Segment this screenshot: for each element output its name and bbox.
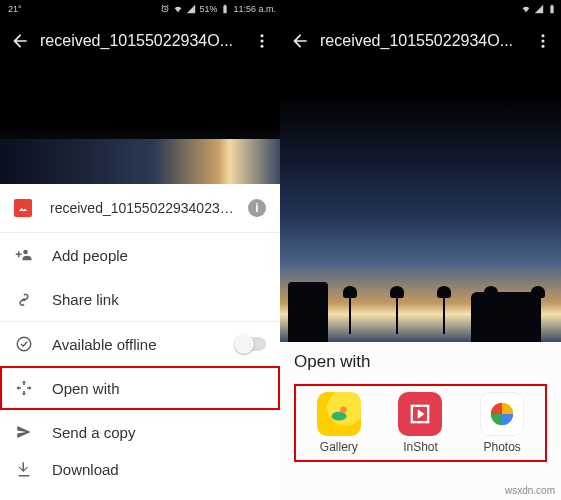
menu-download[interactable]: Download xyxy=(0,454,280,484)
appbar-title: received_10155022934O... xyxy=(34,32,250,50)
status-temp: 21° xyxy=(8,4,22,14)
more-menu-button[interactable] xyxy=(250,32,274,50)
status-time: 11:56 a.m. xyxy=(233,4,276,14)
send-icon xyxy=(14,422,34,442)
svg-point-6 xyxy=(542,40,545,43)
signal-icon xyxy=(186,4,196,14)
app-bar: received_10155022934O... xyxy=(0,18,280,64)
status-bar: 21° 51% 11:56 a.m. xyxy=(0,0,280,18)
menu-label: Share link xyxy=(52,291,266,308)
menu-label: Open with xyxy=(52,380,266,397)
wifi-icon xyxy=(173,4,183,14)
offline-toggle[interactable] xyxy=(236,337,266,351)
back-button[interactable] xyxy=(286,27,314,55)
menu-label: Available offline xyxy=(52,336,236,353)
wifi-icon xyxy=(521,4,531,14)
menu-share-link[interactable]: Share link xyxy=(0,277,280,321)
details-sheet: received_101550229340230222..... i Add p… xyxy=(0,184,280,500)
app-photos[interactable]: Photos xyxy=(462,392,542,454)
menu-label: Send a copy xyxy=(52,424,266,441)
menu-open-with[interactable]: Open with xyxy=(0,366,280,410)
open-with-icon xyxy=(14,378,34,398)
status-battery: 51% xyxy=(199,4,217,14)
photos-icon xyxy=(480,392,524,436)
open-with-sheet: Open with Gallery InShot xyxy=(280,342,561,500)
file-name-label: received_101550229340230222..... xyxy=(50,200,240,216)
offline-icon xyxy=(14,334,34,354)
menu-add-people[interactable]: Add people xyxy=(0,233,280,277)
svg-point-3 xyxy=(23,250,28,255)
info-button[interactable]: i xyxy=(248,199,266,217)
image-preview[interactable] xyxy=(280,64,561,342)
svg-point-7 xyxy=(542,45,545,48)
app-bar: received_10155022934O... xyxy=(280,18,561,64)
svg-point-2 xyxy=(261,45,264,48)
svg-point-4 xyxy=(17,337,31,351)
open-with-apps-highlight: Gallery InShot xyxy=(294,384,547,462)
svg-point-8 xyxy=(331,412,346,421)
app-inshot[interactable]: InShot xyxy=(380,392,460,454)
appbar-title: received_10155022934O... xyxy=(314,32,531,50)
battery-icon xyxy=(220,4,230,14)
menu-label: Download xyxy=(52,461,266,478)
app-gallery[interactable]: Gallery xyxy=(299,392,379,454)
gallery-icon xyxy=(317,392,361,436)
left-phone: 21° 51% 11:56 a.m. received_10155022934O… xyxy=(0,0,280,500)
svg-point-0 xyxy=(261,34,264,37)
menu-available-offline[interactable]: Available offline xyxy=(0,322,280,366)
menu-send-copy[interactable]: Send a copy xyxy=(0,410,280,454)
status-bar xyxy=(280,0,561,18)
alarm-icon xyxy=(160,4,170,14)
link-icon xyxy=(14,289,34,309)
right-phone: received_10155022934O... Open with Galle… xyxy=(280,0,561,500)
app-label: Photos xyxy=(483,440,520,454)
svg-point-9 xyxy=(340,406,347,413)
svg-point-1 xyxy=(261,40,264,43)
watermark: wsxdn.com xyxy=(505,485,555,496)
open-with-title: Open with xyxy=(294,352,547,372)
download-icon xyxy=(14,459,34,479)
image-preview[interactable] xyxy=(0,64,280,184)
signal-icon xyxy=(534,4,544,14)
menu-label: Add people xyxy=(52,247,266,264)
file-header-row: received_101550229340230222..... i xyxy=(0,184,280,232)
svg-point-5 xyxy=(542,34,545,37)
back-button[interactable] xyxy=(6,27,34,55)
more-menu-button[interactable] xyxy=(531,32,555,50)
app-label: Gallery xyxy=(320,440,358,454)
image-type-icon xyxy=(14,199,32,217)
battery-icon xyxy=(547,4,557,14)
app-label: InShot xyxy=(403,440,438,454)
inshot-icon xyxy=(398,392,442,436)
person-add-icon xyxy=(14,245,34,265)
